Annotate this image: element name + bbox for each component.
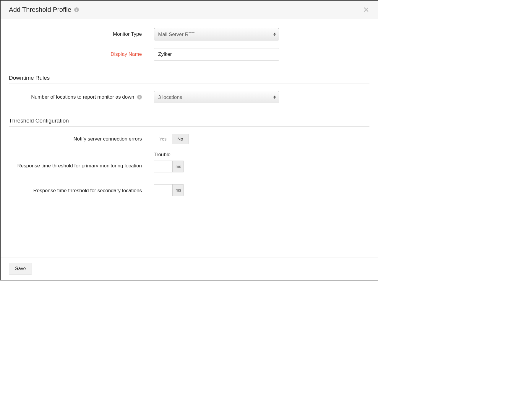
primary-threshold-block: Trouble ms — [154, 152, 184, 172]
display-name-wrap — [154, 48, 279, 61]
section-divider — [9, 126, 369, 127]
threshold-section-title: Threshold Configuration — [9, 117, 369, 124]
monitor-type-label: Monitor Type — [9, 31, 154, 37]
primary-threshold-input[interactable] — [154, 161, 172, 172]
notify-label: Notify server connection errors — [9, 136, 154, 142]
locations-label-wrap: Number of locations to report monitor as… — [9, 94, 154, 100]
notify-row: Notify server connection errors Yes No — [9, 134, 369, 144]
locations-select[interactable]: 3 locations — [154, 91, 279, 103]
toggle-yes-button[interactable]: Yes — [154, 134, 172, 144]
unit-label: ms — [172, 161, 184, 172]
dialog-footer: Save — [1, 257, 378, 280]
trouble-header: Trouble — [154, 152, 184, 158]
monitor-type-select-wrap: Mail Server RTT — [154, 28, 279, 40]
locations-label: Number of locations to report monitor as… — [31, 94, 134, 100]
secondary-threshold-label: Response time threshold for secondary lo… — [9, 184, 154, 195]
downtime-section-title: Downtime Rules — [9, 75, 369, 81]
secondary-threshold-row: Response time threshold for secondary lo… — [9, 184, 369, 196]
secondary-threshold-input-group: ms — [154, 184, 184, 196]
display-name-row: Display Name — [9, 48, 369, 61]
toggle-no-button[interactable]: No — [172, 134, 188, 144]
notify-toggle: Yes No — [154, 134, 189, 144]
page-title-text: Add Threshold Profile — [9, 6, 71, 14]
primary-threshold-row: Response time threshold for primary moni… — [9, 152, 369, 172]
close-icon: ✕ — [363, 5, 369, 14]
section-divider — [9, 84, 369, 84]
info-icon[interactable]: i — [137, 95, 142, 99]
monitor-type-row: Monitor Type Mail Server RTT — [9, 28, 369, 40]
primary-threshold-label: Response time threshold for primary moni… — [9, 152, 154, 170]
locations-row: Number of locations to report monitor as… — [9, 91, 369, 103]
page-title: Add Threshold Profile i — [9, 6, 79, 14]
info-icon[interactable]: i — [74, 7, 79, 12]
unit-label: ms — [172, 185, 184, 196]
primary-threshold-input-group: ms — [154, 161, 184, 172]
form-content: Monitor Type Mail Server RTT Display Nam… — [1, 19, 378, 196]
display-name-input[interactable] — [154, 48, 279, 61]
save-button[interactable]: Save — [9, 263, 32, 275]
secondary-threshold-input[interactable] — [154, 185, 172, 196]
notify-toggle-wrap: Yes No — [154, 134, 189, 144]
display-name-label: Display Name — [9, 51, 154, 57]
close-button[interactable]: ✕ — [363, 6, 369, 14]
dialog-header: Add Threshold Profile i ✕ — [1, 1, 378, 19]
secondary-threshold-block: ms — [154, 184, 184, 196]
monitor-type-select[interactable]: Mail Server RTT — [154, 28, 279, 40]
locations-select-wrap: 3 locations — [154, 91, 279, 103]
